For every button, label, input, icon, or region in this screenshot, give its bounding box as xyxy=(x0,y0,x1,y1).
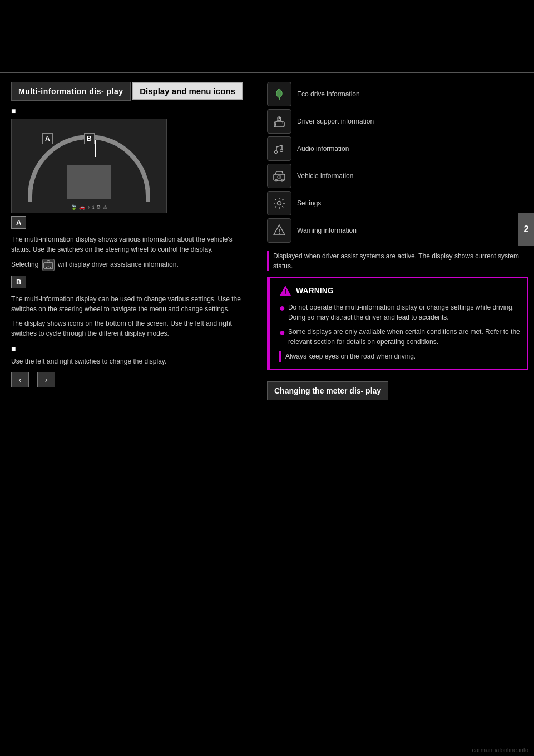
warning-triangle-icon: ! xyxy=(279,284,291,297)
warning-list-label: Warning information xyxy=(297,227,357,234)
settings-label: Settings xyxy=(297,199,321,207)
cluster-inner: A B 🍃 🚗 ♪ ℹ ⚙ ⚠ xyxy=(12,119,166,213)
driver-support-icon xyxy=(267,109,291,134)
audio-icon xyxy=(267,136,291,161)
warning-text-2: Some displays are only available when ce… xyxy=(288,327,521,347)
eco-drive-label: Eco drive information xyxy=(297,90,360,98)
driver-support-label: Driver support information xyxy=(297,117,374,125)
label-b-cluster: B xyxy=(84,133,95,144)
left-arrow-button[interactable]: ‹ xyxy=(11,372,29,387)
svg-point-12 xyxy=(278,202,281,205)
warning-box: ! WARNING ● Do not operate the multi-inf… xyxy=(267,277,528,370)
eco-drive-icon xyxy=(267,82,291,106)
list-item: ! Warning information xyxy=(267,218,528,243)
warning-footer: Always keep eyes on the road when drivin… xyxy=(279,351,521,362)
warning-footer-bar xyxy=(279,351,281,362)
warning-title: WARNING xyxy=(296,286,334,295)
section-a-icon-text: Selecting will display driver assistance… xyxy=(11,259,250,271)
changing-header: Changing the meter dis- play xyxy=(267,381,388,400)
center-display-box xyxy=(67,165,111,199)
main-content: Multi-information dis- play Display and … xyxy=(0,73,534,756)
svg-point-5 xyxy=(275,151,278,154)
left-column: Multi-information dis- play Display and … xyxy=(0,73,261,756)
line-b xyxy=(95,140,96,157)
label-a-cluster: A xyxy=(42,133,53,144)
page-container: Multi-information dis- play Display and … xyxy=(0,0,534,756)
cluster-icon-leaf: 🍃 xyxy=(71,204,77,210)
right-arrow-button[interactable]: › xyxy=(37,372,55,387)
warning-header: ! WARNING xyxy=(279,284,521,297)
list-item: i Vehicle information xyxy=(267,164,528,188)
right-section-text: Displayed when driver assist systems are… xyxy=(273,251,528,271)
vehicle-info-label: Vehicle information xyxy=(297,172,353,180)
svg-point-6 xyxy=(280,149,283,152)
section-bullet-1: ■ xyxy=(11,106,250,115)
cluster-bottom-icons: 🍃 🚗 ♪ ℹ ⚙ ⚠ xyxy=(71,204,107,210)
svg-text:!: ! xyxy=(278,228,280,235)
right-column: Eco drive information Dr xyxy=(261,73,534,756)
display-icons-title: Display and menu icons xyxy=(140,86,235,96)
nav-arrows: ‹ › xyxy=(11,372,250,387)
accent-section: Displayed when driver assist systems are… xyxy=(267,251,528,271)
label-b-box: B xyxy=(11,276,26,288)
line-a xyxy=(50,140,50,151)
section-bullet-2: ■ xyxy=(11,344,250,353)
cluster-icon-gear: ⚙ xyxy=(96,204,101,210)
list-item: Settings xyxy=(267,191,528,215)
watermark: carmanualonline.info xyxy=(472,747,528,753)
nav-description: Use the left and right switches to chang… xyxy=(11,356,250,366)
cluster-icon-note: ♪ xyxy=(87,204,90,210)
page-number-tab: 2 xyxy=(518,213,534,246)
svg-text:i: i xyxy=(279,175,279,179)
warning-text-1: Do not operate the multi-information dis… xyxy=(288,302,521,322)
section-a-body: The multi-information display shows vari… xyxy=(11,234,250,254)
list-item: Eco drive information xyxy=(267,82,528,106)
warning-footer-text: Always keep eyes on the road when drivin… xyxy=(285,351,416,362)
display-icons-header: Display and menu icons xyxy=(132,82,243,100)
svg-text:!: ! xyxy=(284,288,286,296)
cluster-icon-car: 🚗 xyxy=(79,204,85,210)
section-b-body-1: The multi-information display can be use… xyxy=(11,294,250,314)
warning-list-icon: ! xyxy=(267,218,291,243)
accent-bar xyxy=(267,251,269,271)
vehicle-info-icon: i xyxy=(267,164,291,188)
svg-rect-0 xyxy=(44,263,53,268)
section-b-body-2: The display shows icons on the bottom of… xyxy=(11,318,250,338)
cluster-icon-info: ℹ xyxy=(92,204,94,210)
warning-text-line-2: ● Some displays are only available when … xyxy=(279,327,521,347)
cluster-icon-warn: ⚠ xyxy=(103,204,107,210)
icons-list: Eco drive information Dr xyxy=(267,82,528,243)
svg-point-4 xyxy=(279,117,280,119)
top-area xyxy=(0,0,534,72)
warning-text-line-1: ● Do not operate the multi-information d… xyxy=(279,302,521,322)
cluster-image: A B 🍃 🚗 ♪ ℹ ⚙ ⚠ xyxy=(11,119,167,213)
driver-monitor-icon xyxy=(42,259,55,271)
settings-icon xyxy=(267,191,291,215)
changing-header-text: Changing the meter dis- play xyxy=(274,386,381,395)
list-item: Audio information xyxy=(267,136,528,161)
warning-left-border xyxy=(268,278,270,369)
multi-info-title: Multi-information dis- play xyxy=(18,87,123,96)
list-item: Driver support information xyxy=(267,109,528,134)
multi-info-header: Multi-information dis- play xyxy=(11,82,131,101)
label-a-box: A xyxy=(11,216,26,229)
audio-label: Audio information xyxy=(297,145,349,153)
